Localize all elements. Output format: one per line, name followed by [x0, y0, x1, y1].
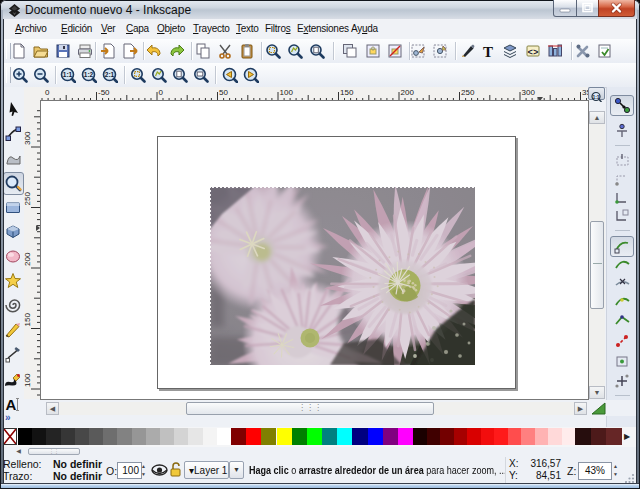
svg-text:2:1: 2:1	[105, 71, 115, 78]
svg-text:200: 200	[24, 252, 32, 266]
svg-text:-50: -50	[98, 88, 110, 97]
svg-text:200: 200	[401, 88, 415, 97]
svg-text:100: 100	[24, 373, 32, 387]
svg-text:0: 0	[159, 88, 164, 97]
svg-text:150: 150	[24, 313, 32, 327]
svg-text:300: 300	[24, 131, 32, 145]
svg-text:250: 250	[461, 88, 475, 97]
svg-text:1:1: 1:1	[592, 94, 599, 100]
svg-text:100: 100	[280, 88, 294, 97]
svg-text:<>: <>	[528, 48, 539, 58]
svg-text:1:2: 1:2	[84, 71, 94, 78]
svg-text:T: T	[483, 44, 493, 59]
svg-text:300: 300	[522, 88, 536, 97]
svg-text:A: A	[6, 396, 17, 413]
svg-text:0: 0	[45, 88, 50, 97]
svg-text:1:1: 1:1	[63, 71, 73, 78]
svg-text:150: 150	[340, 88, 354, 97]
svg-text:50: 50	[219, 88, 228, 97]
svg-text:250: 250	[24, 192, 32, 206]
